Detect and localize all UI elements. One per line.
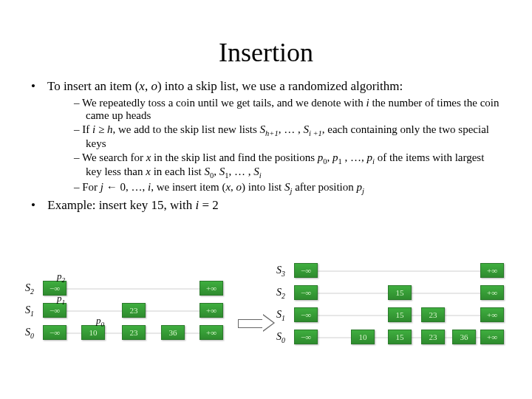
sub-4: For j ← 0, …, i, we insert item (x, o) i… [74, 181, 502, 195]
sub-list: We repeatedly toss a coin until we get t… [44, 97, 502, 195]
skip-list-node: −∞ [294, 307, 318, 322]
skip-list-node: 15 [388, 330, 412, 344]
skip-list-node: −∞ [294, 330, 318, 344]
row-label: S2 [25, 282, 34, 296]
skip-list-row: S0−∞10152336+∞ [281, 330, 510, 344]
slide-title: Insertion [30, 37, 502, 68]
row-label: S0 [25, 327, 34, 340]
skip-list-node: +∞ [200, 303, 223, 318]
skip-list-node: +∞ [200, 281, 223, 296]
skip-list-node: 36 [161, 325, 185, 340]
skip-list-node: 23 [122, 303, 146, 318]
row-label: S0 [276, 331, 285, 344]
row-label: S1 [276, 309, 285, 322]
skip-list-node: +∞ [480, 263, 504, 278]
skip-list-node: −∞ [43, 325, 66, 340]
sub-2: If i ≥ h, we add to the skip list new li… [74, 123, 502, 150]
skip-list-row: S0−∞102336+∞p0 [30, 325, 229, 340]
skip-list-node: +∞ [480, 307, 504, 322]
position-pointer: p0 [96, 315, 104, 328]
bullet-1: To insert an item (x, o) into a skip lis… [44, 79, 502, 195]
skip-list-node: 15 [388, 307, 412, 322]
skip-list-node: 15 [388, 285, 412, 300]
sub-1: We repeatedly toss a coin until we get t… [74, 97, 502, 122]
position-pointer: p2 [57, 270, 65, 284]
skip-list-row: S1−∞23+∞p1 [30, 303, 229, 318]
skip-list-node: −∞ [294, 263, 318, 278]
sub-3: We search for x in the skip list and fin… [74, 151, 502, 180]
arrow-icon [238, 314, 275, 332]
skip-list-row: S2−∞15+∞ [281, 285, 510, 300]
skip-list-node: −∞ [294, 285, 318, 300]
skip-list-node: 23 [122, 325, 146, 340]
position-pointer: p1 [57, 293, 65, 306]
skip-list-node: 36 [452, 330, 476, 344]
bullet-list: To insert an item (x, o) into a skip lis… [30, 79, 502, 213]
skip-list-node: +∞ [480, 285, 504, 300]
row-label: S2 [276, 287, 285, 300]
skip-list-after: S3−∞+∞S2−∞15+∞S1−∞1523+∞S0−∞10152336+∞ [281, 263, 510, 352]
row-label: S1 [25, 304, 34, 318]
skip-list-before: S2−∞+∞p2S1−∞23+∞p1S0−∞102336+∞p0 [30, 281, 229, 347]
skip-list-node: 23 [421, 330, 445, 344]
skip-list-node: 10 [351, 330, 375, 344]
bullet-2: Example: insert key 15, with i = 2 [44, 198, 502, 213]
skip-list-row: S1−∞1523+∞ [281, 307, 510, 322]
connector-line [305, 270, 491, 272]
connector-line [54, 288, 211, 290]
skip-list-node: +∞ [480, 330, 504, 344]
skip-list-node: 23 [421, 307, 445, 322]
skip-list-row: S3−∞+∞ [281, 263, 510, 278]
row-label: S3 [276, 265, 285, 278]
skip-list-node: +∞ [200, 325, 223, 340]
